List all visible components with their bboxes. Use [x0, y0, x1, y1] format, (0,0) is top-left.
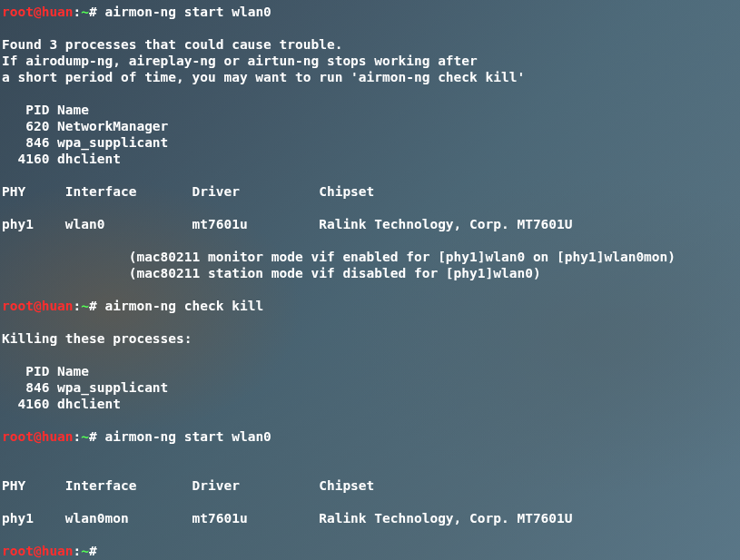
command-line[interactable]: root@huan:~# airmon-ng start wlan0: [2, 4, 738, 20]
output-line: [2, 445, 738, 461]
output-line: [2, 167, 738, 183]
prompt-tilde: ~: [81, 299, 89, 313]
output-line: [2, 412, 738, 428]
command-text: [97, 544, 105, 558]
command-text: airmon-ng start wlan0: [97, 5, 271, 19]
output-line: [2, 232, 738, 249]
output-line: [2, 314, 738, 330]
prompt-tilde: ~: [81, 5, 89, 19]
command-line[interactable]: root@huan:~#: [2, 543, 738, 559]
prompt-colon: :: [74, 5, 82, 19]
output-line: 4160 dhclient: [2, 396, 738, 412]
output-line: PHY Interface Driver Chipset: [2, 183, 738, 200]
output-line: PID Name: [2, 363, 738, 379]
output-line: [2, 200, 738, 216]
output-line: [2, 461, 738, 477]
command-text: airmon-ng check kill: [97, 299, 263, 313]
output-line: (mac80211 monitor mode vif enabled for […: [2, 249, 738, 265]
prompt-hash: #: [89, 299, 97, 313]
command-text: airmon-ng start wlan0: [97, 429, 271, 444]
output-line: 846 wpa_supplicant: [2, 379, 738, 396]
terminal-area[interactable]: root@huan:~# airmon-ng start wlan0 Found…: [0, 0, 740, 560]
output-line: a short period of time, you may want to …: [2, 69, 738, 85]
prompt-colon: :: [74, 299, 82, 313]
output-line: If airodump-ng, aireplay-ng or airtun-ng…: [2, 53, 738, 69]
prompt-user: root@huan: [2, 429, 74, 444]
prompt-colon: :: [74, 429, 82, 444]
output-line: [2, 347, 738, 363]
output-line: phy1 wlan0mon mt7601u Ralink Technology,…: [2, 510, 738, 526]
prompt-hash: #: [89, 429, 97, 444]
output-line: (mac80211 station mode vif disabled for …: [2, 265, 738, 281]
output-line: PID Name: [2, 102, 738, 118]
prompt-user: root@huan: [2, 299, 74, 313]
prompt-colon: :: [74, 544, 82, 558]
output-line: [2, 281, 738, 298]
output-line: 4160 dhclient: [2, 151, 738, 167]
output-line: [2, 20, 738, 36]
prompt-hash: #: [89, 5, 97, 19]
output-line: Found 3 processes that could cause troub…: [2, 36, 738, 53]
output-line: Killing these processes:: [2, 330, 738, 347]
command-line[interactable]: root@huan:~# airmon-ng check kill: [2, 298, 738, 314]
prompt-user: root@huan: [2, 544, 74, 558]
output-line: PHY Interface Driver Chipset: [2, 477, 738, 494]
output-line: 846 wpa_supplicant: [2, 134, 738, 151]
output-line: [2, 526, 738, 543]
output-line: [2, 494, 738, 510]
command-line[interactable]: root@huan:~# airmon-ng start wlan0: [2, 428, 738, 445]
output-line: phy1 wlan0 mt7601u Ralink Technology, Co…: [2, 216, 738, 232]
prompt-hash: #: [89, 544, 97, 558]
prompt-user: root@huan: [2, 5, 74, 19]
prompt-tilde: ~: [81, 544, 89, 558]
output-line: 620 NetworkManager: [2, 118, 738, 134]
output-line: [2, 85, 738, 102]
prompt-tilde: ~: [81, 429, 89, 444]
